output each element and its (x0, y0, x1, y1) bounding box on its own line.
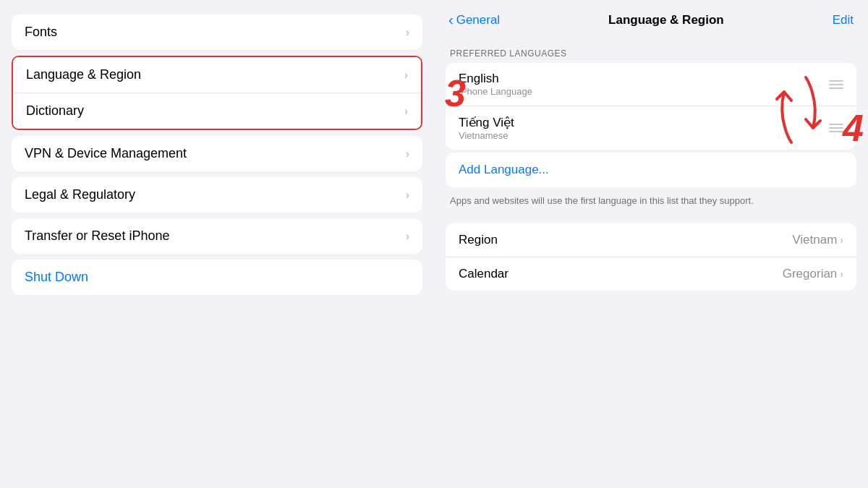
english-sub: iPhone Language (459, 86, 532, 97)
vpn-chevron: › (406, 147, 409, 160)
fonts-group: Fonts › (12, 14, 422, 50)
english-drag-handle[interactable] (829, 80, 843, 89)
english-info: English iPhone Language (459, 72, 532, 97)
add-language-row[interactable]: Add Language... (446, 153, 856, 187)
calendar-row[interactable]: Calendar Gregorian › (446, 257, 856, 291)
transfer-chevron: › (406, 230, 409, 243)
vietnamese-name: Tiếng Việt (459, 115, 514, 130)
calendar-label: Calendar (459, 267, 509, 281)
language-region-row[interactable]: Language & Region › (13, 57, 421, 93)
nav-title: Language & Region (608, 13, 724, 27)
vietnamese-row[interactable]: Tiếng Việt Vietnamese (446, 106, 856, 150)
legal-label: Legal & Regulatory (25, 187, 135, 202)
dictionary-row[interactable]: Dictionary › (13, 93, 421, 129)
edit-button[interactable]: Edit (833, 13, 854, 27)
english-row[interactable]: English iPhone Language (446, 63, 856, 106)
lang-note: Apps and websites will use the first lan… (446, 190, 856, 218)
back-chevron-icon: ‹ (448, 12, 454, 28)
right-panel: ‹ General Language & Region Edit PREFERR… (434, 0, 868, 488)
shutdown-row[interactable]: Shut Down (12, 260, 422, 295)
region-group: Region Vietnam › Calendar Gregorian › (446, 223, 856, 291)
fonts-row[interactable]: Fonts › (12, 14, 422, 50)
vietnamese-sub: Vietnamese (459, 130, 514, 141)
region-value-text: Vietnam (792, 233, 837, 247)
language-region-group: Language & Region › Dictionary › (12, 56, 422, 130)
legal-row[interactable]: Legal & Regulatory › (12, 177, 422, 213)
legal-group: Legal & Regulatory › (12, 177, 422, 213)
back-button[interactable]: ‹ General (448, 12, 500, 28)
nav-bar: ‹ General Language & Region Edit (434, 0, 868, 35)
fonts-label: Fonts (25, 25, 57, 40)
step3-label: 3 (445, 72, 466, 115)
region-row[interactable]: Region Vietnam › (446, 223, 856, 257)
languages-container: English iPhone Language Tiếng Việt Vietn… (446, 63, 856, 150)
vietnamese-drag-handle[interactable] (829, 124, 843, 132)
vpn-group: VPN & Device Management › (12, 136, 422, 171)
vpn-row[interactable]: VPN & Device Management › (12, 136, 422, 171)
region-value: Vietnam › (792, 233, 843, 247)
legal-chevron: › (406, 189, 409, 202)
add-language-label: Add Language... (459, 163, 549, 176)
dictionary-chevron: › (404, 105, 408, 118)
right-content: PREFERRED LANGUAGES English iPhone Langu… (434, 35, 868, 488)
preferred-languages-header: PREFERRED LANGUAGES (446, 43, 856, 63)
vpn-label: VPN & Device Management (25, 146, 187, 161)
calendar-value: Gregorian › (783, 267, 843, 281)
region-chevron: › (840, 234, 843, 246)
transfer-label: Transfer or Reset iPhone (25, 228, 169, 244)
language-region-chevron: › (404, 69, 408, 82)
step4-label: 4 (843, 106, 864, 150)
calendar-value-text: Gregorian (783, 267, 838, 281)
region-label: Region (459, 233, 498, 247)
language-region-label: Language & Region (26, 67, 141, 82)
english-name: English (459, 72, 532, 86)
shutdown-label: Shut Down (25, 270, 88, 285)
languages-group: English iPhone Language Tiếng Việt Vietn… (446, 63, 856, 150)
calendar-chevron: › (840, 268, 843, 280)
transfer-row[interactable]: Transfer or Reset iPhone › (12, 218, 422, 254)
transfer-group: Transfer or Reset iPhone › (12, 218, 422, 254)
back-label: General (456, 13, 500, 27)
shutdown-group: Shut Down (12, 260, 422, 295)
left-panel: Fonts › Language & Region › Dictionary ›… (0, 0, 434, 488)
dictionary-label: Dictionary (26, 103, 84, 119)
vietnamese-info: Tiếng Việt Vietnamese (459, 115, 514, 141)
fonts-chevron: › (406, 26, 409, 39)
